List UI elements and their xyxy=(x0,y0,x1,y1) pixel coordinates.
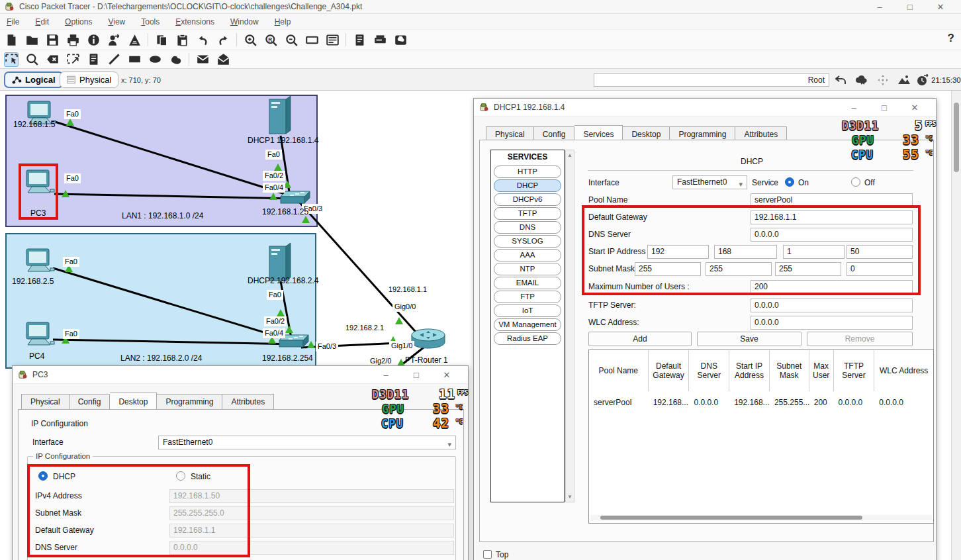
subnet-octet1[interactable]: 255 xyxy=(635,262,701,276)
service-http[interactable]: HTTP xyxy=(494,165,561,178)
print-icon[interactable] xyxy=(66,32,80,47)
device-router[interactable] xyxy=(410,328,449,350)
service-iot[interactable]: IoT xyxy=(494,304,561,317)
maximize-icon[interactable]: □ xyxy=(895,0,925,13)
service-ftp[interactable]: FTP xyxy=(494,291,561,303)
menu-tools[interactable]: Tools xyxy=(141,17,160,26)
open-file-icon[interactable] xyxy=(24,32,39,47)
device-server-dhcp1[interactable] xyxy=(268,96,292,136)
device-pc-192-168-2-5[interactable] xyxy=(24,248,56,275)
col-max-user[interactable]: Max User xyxy=(809,350,834,391)
col-subnet-mask[interactable]: Subnet Mask xyxy=(770,350,809,391)
service-ntp[interactable]: NTP xyxy=(494,263,561,275)
remove-button[interactable]: Remove xyxy=(807,332,913,346)
undo-icon[interactable] xyxy=(195,32,210,47)
menu-extensions[interactable]: Extensions xyxy=(175,17,214,26)
inspect-tool-icon[interactable] xyxy=(24,52,39,67)
minimize-icon[interactable]: – xyxy=(839,101,869,114)
zoom-in-icon[interactable] xyxy=(243,32,257,47)
subnet-octet2[interactable]: 255 xyxy=(706,262,772,276)
service-radius-eap[interactable]: Radius EAP xyxy=(494,332,561,345)
zoom-out-icon[interactable] xyxy=(284,32,298,47)
start-ip-octet2[interactable]: 168 xyxy=(714,245,777,259)
add-complex-pdu-icon[interactable] xyxy=(216,52,230,67)
service-off-radio[interactable] xyxy=(851,177,860,187)
root-view-field[interactable]: Root xyxy=(594,73,829,87)
scrollbar-thumb[interactable] xyxy=(954,103,959,172)
top-checkbox[interactable] xyxy=(483,550,492,559)
device-pc3[interactable] xyxy=(24,169,56,197)
static-radio[interactable] xyxy=(176,471,185,481)
menu-file[interactable]: File xyxy=(7,17,19,26)
subnet-octet4[interactable]: 0 xyxy=(847,262,913,276)
col-tftp-server[interactable]: TFTP Server xyxy=(834,350,875,391)
minimize-icon[interactable]: – xyxy=(864,0,895,13)
table-horizontal-scrollbar[interactable] xyxy=(590,515,932,521)
subnet-mask-input[interactable]: 255.255.255.0 xyxy=(169,506,454,520)
pool-name-input[interactable]: serverPool xyxy=(751,193,913,207)
wlc-address-input[interactable]: 0.0.0.0 xyxy=(751,316,913,330)
draw-rectangle-icon[interactable] xyxy=(127,52,142,67)
menu-edit[interactable]: Edit xyxy=(35,17,49,26)
service-dhcp[interactable]: DHCP xyxy=(494,179,561,192)
network-template-icon[interactable] xyxy=(127,32,142,47)
tab-logical[interactable]: Logical xyxy=(4,71,64,88)
environment-icon[interactable] xyxy=(854,73,870,87)
redo-icon[interactable] xyxy=(216,32,230,47)
add-simple-pdu-icon[interactable] xyxy=(195,52,210,67)
close-icon[interactable]: ✕ xyxy=(925,0,956,13)
minimize-icon[interactable]: – xyxy=(371,368,401,381)
max-users-input[interactable]: 200 xyxy=(751,280,913,294)
drawing-palette-icon[interactable] xyxy=(304,32,319,47)
resize-tool-icon[interactable] xyxy=(66,52,80,67)
services-scrollbar[interactable]: ▲ ▼ xyxy=(565,150,574,502)
dhcp-radio[interactable] xyxy=(38,471,48,481)
place-note-icon[interactable] xyxy=(86,52,101,67)
zoom-reset-icon[interactable]: R xyxy=(263,32,278,47)
draw-ellipse-icon[interactable] xyxy=(148,52,162,67)
close-icon[interactable]: ✕ xyxy=(899,101,930,114)
service-on-radio[interactable] xyxy=(785,177,794,187)
save-button[interactable]: Save xyxy=(697,332,801,346)
start-ip-octet1[interactable]: 192 xyxy=(647,245,709,259)
scroll-up-icon[interactable]: ▲ xyxy=(566,152,574,158)
custom-devices-dialog-icon[interactable] xyxy=(325,32,340,47)
scroll-down-icon[interactable]: ▼ xyxy=(566,494,574,500)
draw-freeform-icon[interactable] xyxy=(168,52,183,67)
info-icon[interactable] xyxy=(86,32,101,47)
device-template-icon[interactable] xyxy=(373,32,387,47)
col-pool-name[interactable]: Pool Name xyxy=(589,350,649,391)
delete-tool-icon[interactable] xyxy=(45,52,60,67)
copy-icon[interactable] xyxy=(154,32,169,47)
new-file-icon[interactable] xyxy=(4,32,19,47)
canvas-vertical-scrollbar[interactable] xyxy=(951,91,961,560)
dns-server-input[interactable]: 0.0.0.0 xyxy=(169,541,454,555)
col-wlc-address[interactable]: WLC Address xyxy=(874,350,933,391)
service-vm-management[interactable]: VM Management xyxy=(494,318,561,331)
console-icon[interactable] xyxy=(352,32,367,47)
default-gateway-input[interactable]: 192.168.1.1 xyxy=(169,524,454,537)
dns-server-input[interactable]: 0.0.0.0 xyxy=(751,228,913,242)
help-icon[interactable]: ? xyxy=(948,32,954,45)
menu-options[interactable]: Options xyxy=(65,17,92,26)
tab-desktop[interactable]: Desktop xyxy=(110,393,157,410)
interface-dropdown[interactable]: FastEthernet0▾ xyxy=(672,175,747,189)
default-gateway-input[interactable]: 192.168.1.1 xyxy=(751,210,913,224)
maximize-icon[interactable]: □ xyxy=(869,101,899,114)
paste-icon[interactable] xyxy=(175,32,189,47)
service-tftp[interactable]: TFTP xyxy=(494,207,561,220)
select-tool-icon[interactable] xyxy=(4,52,19,67)
subnet-octet3[interactable]: 255 xyxy=(775,262,841,276)
menu-window[interactable]: Window xyxy=(230,17,259,26)
interface-dropdown[interactable]: FastEthernet0▾ xyxy=(158,436,456,449)
maximize-icon[interactable]: □ xyxy=(401,368,432,381)
back-navigation-icon[interactable] xyxy=(833,73,848,87)
service-syslog[interactable]: SYSLOG xyxy=(494,235,561,248)
tftp-server-input[interactable]: 0.0.0.0 xyxy=(751,299,913,312)
service-dns[interactable]: DNS xyxy=(494,221,561,234)
service-email[interactable]: EMAIL xyxy=(494,277,561,289)
cluster-image-icon[interactable] xyxy=(393,32,408,47)
start-ip-octet3[interactable]: 1 xyxy=(783,245,845,259)
background-image-icon[interactable] xyxy=(896,73,912,87)
simulation-clock-icon[interactable] xyxy=(915,73,931,87)
